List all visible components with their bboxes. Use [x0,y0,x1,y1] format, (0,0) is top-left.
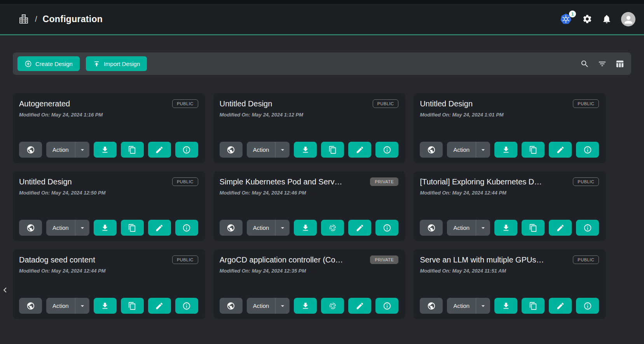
visibility-globe-button[interactable] [220,220,243,236]
action-button-group: Action [46,142,89,158]
download-button[interactable] [494,298,517,314]
info-button[interactable] [175,298,198,314]
table-view-icon[interactable] [615,59,624,68]
modified-on: Modified On: May 24, 2024 1:16 PM [19,112,198,118]
info-button[interactable] [375,142,398,158]
edit-button[interactable] [348,142,371,158]
visibility-globe-button[interactable] [220,298,243,314]
visibility-globe-button[interactable] [19,298,42,314]
action-button[interactable]: Action [247,220,276,236]
download-button[interactable] [94,142,117,158]
action-button-group: Action [447,220,490,236]
info-icon [383,224,391,232]
caret-down-icon [279,146,286,154]
import-design-button[interactable]: Import Design [86,56,147,71]
action-dropdown-toggle[interactable] [276,220,290,236]
download-button[interactable] [494,142,517,158]
info-button[interactable] [375,298,398,314]
modified-on: Modified On: May 24, 2024 12:46 PM [220,190,399,196]
design-swirl-button[interactable] [321,220,344,236]
download-button[interactable] [94,298,117,314]
download-button[interactable] [294,220,317,236]
download-button[interactable] [494,220,517,236]
globe-icon [427,302,436,310]
design-swirl-button[interactable] [321,298,344,314]
caret-down-icon [279,224,286,232]
action-button[interactable]: Action [447,220,476,236]
collapse-panel-button[interactable] [0,285,10,297]
card-actions: Action [220,142,399,158]
action-button[interactable]: Action [247,142,276,158]
download-icon [101,302,109,310]
modified-on: Modified On: May 24, 2024 1:12 PM [220,112,399,118]
download-button[interactable] [294,142,317,158]
globe-icon [26,146,35,154]
globe-icon [227,146,235,154]
download-icon [301,146,310,154]
building-icon[interactable] [18,13,30,25]
visibility-badge: PRIVATE [370,177,398,186]
create-design-button[interactable]: Create Design [17,56,80,71]
create-design-label: Create Design [35,61,73,67]
filter-icon[interactable] [598,59,607,68]
card-actions: Action [19,142,198,158]
info-button[interactable] [175,142,198,158]
copy-icon [328,146,337,154]
download-button[interactable] [94,220,117,236]
action-dropdown-toggle[interactable] [75,298,89,314]
action-dropdown-toggle[interactable] [276,142,290,158]
clone-button[interactable] [121,298,144,314]
action-dropdown-toggle[interactable] [276,298,290,314]
clone-button[interactable] [121,142,144,158]
clone-button[interactable] [321,142,344,158]
action-dropdown-toggle[interactable] [75,220,89,236]
action-button[interactable]: Action [247,298,276,314]
card-actions: Action [19,298,198,314]
search-icon[interactable] [580,59,589,68]
info-button[interactable] [375,220,398,236]
action-button[interactable]: Action [46,220,75,236]
edit-button[interactable] [148,298,171,314]
design-title: Serve an LLM with multiple GPUs… [420,255,544,264]
bell-icon[interactable] [602,14,612,24]
edit-button[interactable] [549,220,572,236]
clone-button[interactable] [522,298,545,314]
info-button[interactable] [175,220,198,236]
info-button[interactable] [576,142,599,158]
info-button[interactable] [576,220,599,236]
kubernetes-context-button[interactable]: 1 [560,13,573,25]
action-dropdown-toggle[interactable] [476,142,490,158]
edit-button[interactable] [549,142,572,158]
edit-button[interactable] [148,142,171,158]
action-dropdown-toggle[interactable] [476,220,490,236]
copy-icon [529,302,538,310]
edit-button[interactable] [549,298,572,314]
action-dropdown-toggle[interactable] [75,142,89,158]
action-button[interactable]: Action [447,142,476,158]
clone-button[interactable] [121,220,144,236]
visibility-globe-button[interactable] [19,142,42,158]
visibility-globe-button[interactable] [420,142,443,158]
edit-button[interactable] [348,298,371,314]
download-button[interactable] [294,298,317,314]
visibility-globe-button[interactable] [220,142,243,158]
action-button[interactable]: Action [46,298,75,314]
globe-icon [26,224,35,232]
avatar[interactable] [621,12,635,26]
gear-icon[interactable] [582,14,592,24]
breadcrumb: / Configuration [18,13,103,25]
visibility-globe-button[interactable] [420,298,443,314]
design-card: Simple Kubernetes Pod and Serv… PRIVATE … [213,171,406,241]
visibility-globe-button[interactable] [19,220,42,236]
visibility-globe-button[interactable] [420,220,443,236]
design-card: Untitled Design PUBLIC Modified On: May … [213,93,406,163]
clone-button[interactable] [522,220,545,236]
info-button[interactable] [576,298,599,314]
action-button[interactable]: Action [447,298,476,314]
modified-on: Modified On: May 24, 2024 12:50 PM [19,190,198,196]
action-button[interactable]: Action [46,142,75,158]
edit-button[interactable] [148,220,171,236]
clone-button[interactable] [522,142,545,158]
action-dropdown-toggle[interactable] [476,298,490,314]
edit-button[interactable] [348,220,371,236]
